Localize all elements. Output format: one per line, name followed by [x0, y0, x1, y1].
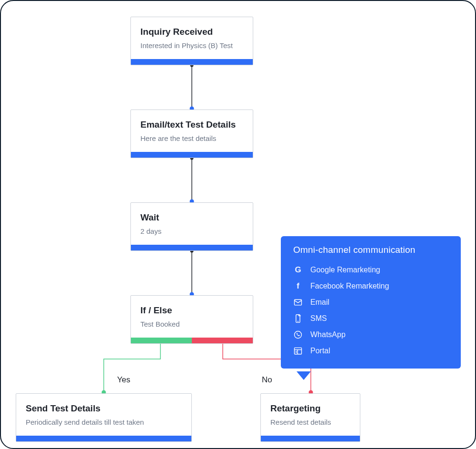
svg-point-14 [295, 331, 302, 339]
callout-item-facebook: f Facebook Remarketing [293, 278, 448, 294]
branch-label-yes: Yes [117, 375, 130, 385]
google-icon: G [293, 265, 303, 275]
callout-item-label: Facebook Remarketing [310, 282, 389, 290]
branch-label-no: No [262, 375, 272, 385]
callout-item-portal: Portal [293, 343, 448, 359]
whatsapp-icon [293, 330, 303, 339]
sms-icon [293, 314, 303, 323]
node-subtitle: 2 days [140, 227, 243, 236]
node-title: Email/text Test Details [140, 119, 243, 131]
callout-heading: Omni-channel communication [293, 245, 448, 255]
callout-item-label: WhatsApp [310, 330, 346, 339]
node-subtitle: Periodically send details till test take… [26, 418, 182, 427]
email-icon [293, 298, 303, 307]
branch-bar-yes [131, 338, 192, 343]
node-footbar [131, 59, 253, 65]
svg-rect-15 [295, 348, 302, 354]
node-subtitle: Test Booked [140, 319, 243, 329]
callout-item-label: SMS [310, 314, 327, 323]
branch-bar-no [192, 338, 253, 343]
node-email-text-test-details[interactable]: Email/text Test Details Here are the tes… [130, 110, 253, 158]
node-title: Retargeting [270, 402, 350, 415]
callout-list: G Google Remarketing f Facebook Remarket… [293, 262, 448, 359]
node-title: Wait [140, 211, 243, 224]
node-footbar [261, 436, 360, 441]
callout-tail [297, 371, 311, 380]
portal-icon [293, 346, 303, 356]
callout-item-google: G Google Remarketing [293, 262, 448, 278]
callout-item-email: Email [293, 294, 448, 310]
node-title: If / Else [140, 304, 243, 317]
svg-point-13 [298, 321, 298, 321]
node-subtitle: Resend test details [270, 418, 350, 427]
node-footbar [16, 436, 191, 441]
node-wait[interactable]: Wait 2 days [130, 202, 253, 251]
node-footbar-split [131, 338, 253, 343]
callout-item-label: Google Remarketing [310, 266, 380, 274]
node-send-test-details[interactable]: Send Test Details Periodically send deta… [16, 393, 192, 442]
callout-item-label: Portal [310, 347, 330, 355]
node-if-else[interactable]: If / Else Test Booked [130, 295, 253, 344]
node-subtitle: Interested in Physics (B) Test [140, 41, 243, 50]
node-footbar [131, 152, 253, 158]
node-inquiry-received[interactable]: Inquiry Received Interested in Physics (… [130, 17, 253, 65]
facebook-icon: f [293, 281, 303, 291]
callout-item-sms: SMS [293, 310, 448, 327]
node-subtitle: Here are the test details [140, 134, 243, 143]
callout-omni-channel: Omni-channel communication G Google Rema… [281, 236, 461, 369]
callout-item-whatsapp: WhatsApp [293, 327, 448, 343]
node-footbar [131, 245, 253, 250]
node-retargeting[interactable]: Retargeting Resend test details [260, 393, 360, 442]
callout-item-label: Email [310, 298, 329, 307]
node-title: Send Test Details [26, 402, 182, 415]
node-title: Inquiry Received [140, 26, 243, 38]
workflow-canvas: Inquiry Received Interested in Physics (… [0, 0, 476, 449]
